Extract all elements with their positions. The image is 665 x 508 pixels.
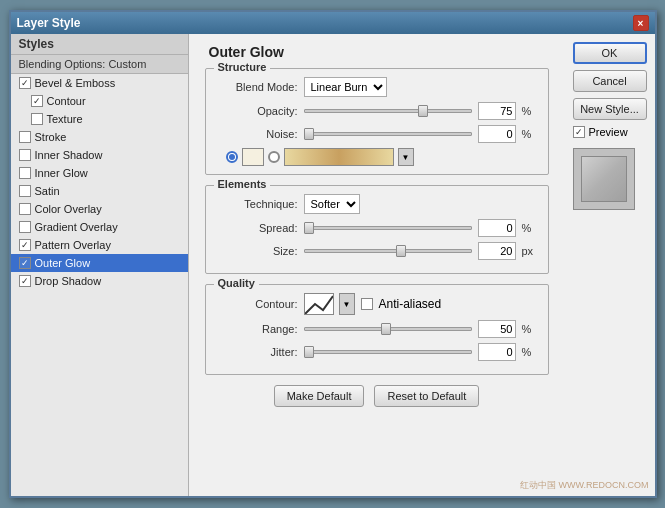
make-default-button[interactable]: Make Default xyxy=(274,385,365,407)
quality-title: Quality xyxy=(214,277,259,289)
section-title: Outer Glow xyxy=(205,44,549,60)
sidebar-item-texture[interactable]: Texture xyxy=(11,110,188,128)
size-thumb[interactable] xyxy=(396,245,406,257)
spread-thumb[interactable] xyxy=(304,222,314,234)
gradient-dropdown-arrow[interactable]: ▼ xyxy=(398,148,414,166)
sidebar-item-gradient-overlay[interactable]: Gradient Overlay xyxy=(11,218,188,236)
left-panel: Styles Blending Options: Custom Bevel & … xyxy=(11,34,189,496)
satin-label: Satin xyxy=(35,185,60,197)
jitter-label: Jitter: xyxy=(218,346,298,358)
color-swatch[interactable] xyxy=(242,148,264,166)
stroke-label: Stroke xyxy=(35,131,67,143)
cancel-button[interactable]: Cancel xyxy=(573,70,647,92)
technique-row: Technique: Softer xyxy=(218,194,536,214)
solid-color-radio[interactable] xyxy=(226,151,238,163)
title-bar: Layer Style × xyxy=(11,12,655,34)
dialog-title: Layer Style xyxy=(17,16,81,30)
blend-mode-select[interactable]: Linear Burn xyxy=(304,77,387,97)
outer-glow-checkbox[interactable] xyxy=(19,257,31,269)
new-style-button[interactable]: New Style... xyxy=(573,98,647,120)
contour-row: Contour: ▼ Anti-aliased xyxy=(218,293,536,315)
range-label: Range: xyxy=(218,323,298,335)
pattern-overlay-checkbox[interactable] xyxy=(19,239,31,251)
sidebar-item-stroke[interactable]: Stroke xyxy=(11,128,188,146)
range-thumb[interactable] xyxy=(381,323,391,335)
preview-checkbox[interactable] xyxy=(573,126,585,138)
technique-select[interactable]: Softer xyxy=(304,194,360,214)
contour-checkbox[interactable] xyxy=(31,95,43,107)
opacity-slider[interactable] xyxy=(304,105,472,117)
opacity-unit: % xyxy=(522,105,536,117)
size-slider[interactable] xyxy=(304,245,472,257)
gradient-overlay-checkbox[interactable] xyxy=(19,221,31,233)
blending-header[interactable]: Blending Options: Custom xyxy=(11,55,188,74)
styles-header: Styles xyxy=(11,34,188,55)
size-input[interactable] xyxy=(478,242,516,260)
contour-label: Contour: xyxy=(218,298,298,310)
inner-shadow-checkbox[interactable] xyxy=(19,149,31,161)
noise-input[interactable] xyxy=(478,125,516,143)
noise-thumb[interactable] xyxy=(304,128,314,140)
noise-slider[interactable] xyxy=(304,128,472,140)
gradient-radio[interactable] xyxy=(268,151,280,163)
sidebar-item-drop-shadow[interactable]: Drop Shadow xyxy=(11,272,188,290)
sidebar-item-contour[interactable]: Contour xyxy=(11,92,188,110)
jitter-thumb[interactable] xyxy=(304,346,314,358)
stroke-checkbox[interactable] xyxy=(19,131,31,143)
jitter-input[interactable] xyxy=(478,343,516,361)
range-row: Range: % xyxy=(218,320,536,338)
contour-dropdown-arrow[interactable]: ▼ xyxy=(339,293,355,315)
elements-section: Elements Technique: Softer Spread: % xyxy=(205,185,549,274)
sidebar-item-inner-shadow[interactable]: Inner Shadow xyxy=(11,146,188,164)
range-input[interactable] xyxy=(478,320,516,338)
sidebar-item-bevel-emboss[interactable]: Bevel & Emboss xyxy=(11,74,188,92)
spread-row: Spread: % xyxy=(218,219,536,237)
technique-label: Technique: xyxy=(218,198,298,210)
inner-glow-checkbox[interactable] xyxy=(19,167,31,179)
opacity-thumb[interactable] xyxy=(418,105,428,117)
opacity-row: Opacity: % xyxy=(218,102,536,120)
opacity-input[interactable] xyxy=(478,102,516,120)
blend-mode-label: Blend Mode: xyxy=(218,81,298,93)
pattern-overlay-label: Pattern Overlay xyxy=(35,239,111,251)
ok-button[interactable]: OK xyxy=(573,42,647,64)
preview-row: Preview xyxy=(573,126,647,138)
jitter-track xyxy=(304,350,472,354)
bevel-emboss-checkbox[interactable] xyxy=(19,77,31,89)
bottom-buttons: Make Default Reset to Default xyxy=(205,385,549,407)
preview-label: Preview xyxy=(589,126,628,138)
antialias-checkbox[interactable] xyxy=(361,298,373,310)
close-button[interactable]: × xyxy=(633,15,649,31)
opacity-label: Opacity: xyxy=(218,105,298,117)
contour-label: Contour xyxy=(47,95,86,107)
texture-label: Texture xyxy=(47,113,83,125)
spread-unit: % xyxy=(522,222,536,234)
sidebar-item-satin[interactable]: Satin xyxy=(11,182,188,200)
preview-box xyxy=(573,148,635,210)
noise-label: Noise: xyxy=(218,128,298,140)
size-unit: px xyxy=(522,245,536,257)
spread-label: Spread: xyxy=(218,222,298,234)
size-row: Size: px xyxy=(218,242,536,260)
contour-swatch[interactable] xyxy=(304,293,334,315)
texture-checkbox[interactable] xyxy=(31,113,43,125)
watermark: 红动中国 WWW.REDOCN.COM xyxy=(520,479,649,492)
color-overlay-checkbox[interactable] xyxy=(19,203,31,215)
noise-row: Noise: % xyxy=(218,125,536,143)
sidebar-item-outer-glow[interactable]: Outer Glow xyxy=(11,254,188,272)
right-panel: OK Cancel New Style... Preview xyxy=(565,34,655,496)
range-slider[interactable] xyxy=(304,323,472,335)
sidebar-item-pattern-overlay[interactable]: Pattern Overlay xyxy=(11,236,188,254)
drop-shadow-checkbox[interactable] xyxy=(19,275,31,287)
noise-unit: % xyxy=(522,128,536,140)
spread-slider[interactable] xyxy=(304,222,472,234)
jitter-slider[interactable] xyxy=(304,346,472,358)
sidebar-item-color-overlay[interactable]: Color Overlay xyxy=(11,200,188,218)
sidebar-item-inner-glow[interactable]: Inner Glow xyxy=(11,164,188,182)
satin-checkbox[interactable] xyxy=(19,185,31,197)
gradient-swatch[interactable] xyxy=(284,148,394,166)
spread-input[interactable] xyxy=(478,219,516,237)
reset-default-button[interactable]: Reset to Default xyxy=(374,385,479,407)
range-unit: % xyxy=(522,323,536,335)
outer-glow-label: Outer Glow xyxy=(35,257,91,269)
